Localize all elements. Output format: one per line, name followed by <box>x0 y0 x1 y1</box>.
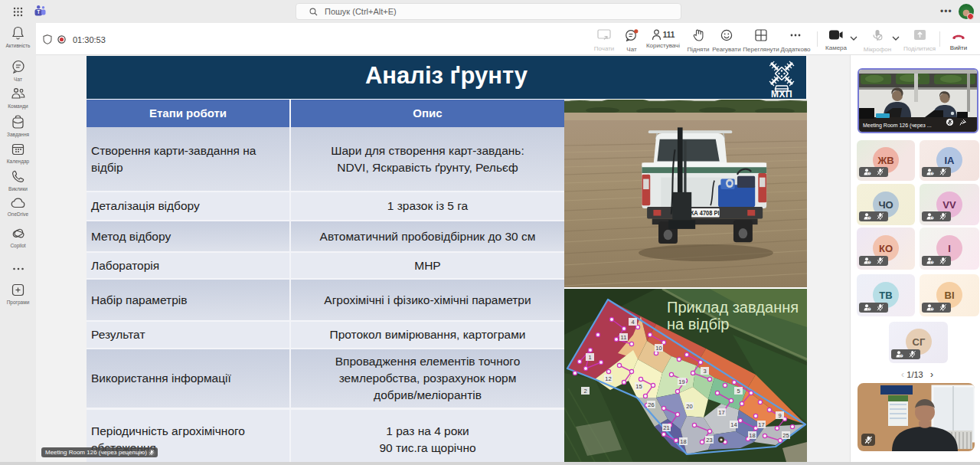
svg-text:19: 19 <box>678 378 684 385</box>
svg-text:?: ? <box>868 217 870 220</box>
svg-text:26: 26 <box>648 401 654 408</box>
svg-text:14: 14 <box>730 421 737 428</box>
svg-text:?: ? <box>900 355 902 358</box>
svg-text:23: 23 <box>706 437 712 444</box>
svg-text:3: 3 <box>703 368 706 375</box>
svg-text:?: ? <box>868 308 870 311</box>
svg-text:21: 21 <box>663 424 669 431</box>
svg-text:12: 12 <box>605 375 611 382</box>
svg-text:1: 1 <box>588 354 591 361</box>
svg-text:11: 11 <box>621 334 627 341</box>
svg-text:?: ? <box>931 261 933 264</box>
svg-text:9: 9 <box>778 412 781 419</box>
svg-text:17: 17 <box>718 409 724 416</box>
svg-text:?: ? <box>868 261 870 264</box>
svg-text:17: 17 <box>758 421 764 428</box>
svg-text:15: 15 <box>635 383 642 390</box>
svg-text:20: 20 <box>686 403 692 410</box>
svg-text:5: 5 <box>737 388 740 395</box>
svg-text:МХП: МХП <box>771 89 792 98</box>
svg-text:на відбір: на відбір <box>667 316 729 332</box>
svg-text:?: ? <box>931 308 933 311</box>
svg-text:?: ? <box>931 172 933 175</box>
svg-text:Meeting Room 126 (через ...: Meeting Room 126 (через ... <box>863 123 932 129</box>
svg-text:10: 10 <box>655 345 662 352</box>
svg-text:2: 2 <box>583 388 586 395</box>
svg-text:КА 4708 РІ: КА 4708 РІ <box>691 210 720 218</box>
svg-text:18: 18 <box>749 432 755 439</box>
svg-text:T: T <box>37 9 40 15</box>
svg-text:25: 25 <box>782 432 789 439</box>
svg-text:?: ? <box>931 217 933 220</box>
svg-text:18: 18 <box>680 438 686 445</box>
svg-text:4: 4 <box>631 319 634 326</box>
svg-text:Приклад завдання: Приклад завдання <box>667 299 799 316</box>
svg-text:?: ? <box>868 172 870 175</box>
